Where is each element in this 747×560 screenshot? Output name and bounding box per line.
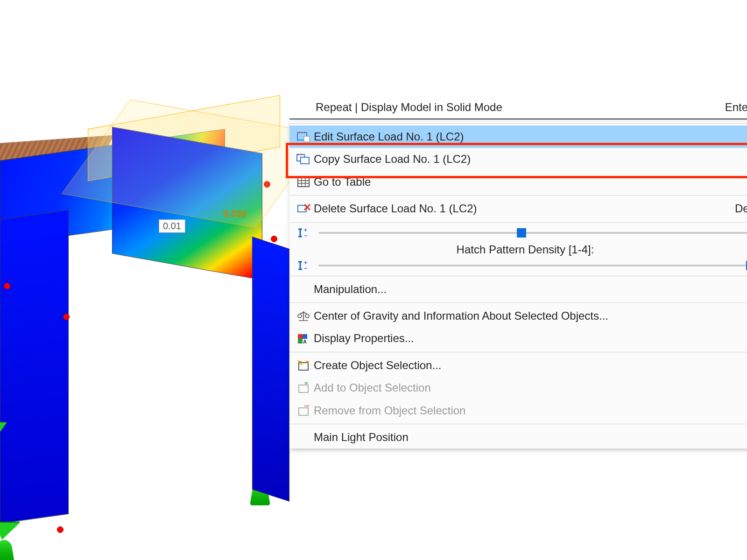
menu-item-add-to-selection: Add to Object Selection bbox=[289, 377, 747, 399]
node-marker bbox=[4, 283, 10, 289]
menu-item-manipulation[interactable]: Manipulation... bbox=[289, 278, 747, 301]
wall-right bbox=[252, 237, 289, 502]
create-selection-icon bbox=[293, 359, 314, 371]
balance-icon bbox=[293, 310, 314, 322]
menu-separator bbox=[289, 424, 747, 424]
menu-label: Center of Gravity and Information About … bbox=[314, 308, 747, 323]
edit-load-icon bbox=[293, 131, 314, 143]
load-size-slider[interactable] bbox=[318, 232, 747, 234]
menu-separator bbox=[289, 302, 747, 303]
svg-rect-1 bbox=[304, 136, 310, 142]
svg-rect-10 bbox=[298, 334, 303, 339]
menu-accelerator: Enter bbox=[725, 101, 747, 114]
menu-label: Copy Surface Load No. 1 (LC2) bbox=[314, 152, 747, 167]
menu-label: Edit Surface Load No. 1 (LC2) bbox=[314, 129, 747, 144]
menu-label: Go to Table bbox=[314, 175, 747, 189]
hatch-density-slider[interactable] bbox=[318, 265, 747, 266]
node-marker bbox=[271, 236, 277, 242]
delete-icon bbox=[293, 203, 314, 215]
menu-separator bbox=[289, 222, 747, 223]
svg-text:−: − bbox=[304, 265, 307, 271]
load-value-label: 0.030 bbox=[219, 208, 250, 220]
menu-label: Delete Surface Load No. 1 (LC2) bbox=[314, 201, 724, 216]
menu-item-center-of-gravity[interactable]: Center of Gravity and Information About … bbox=[289, 305, 747, 327]
svg-text:A: A bbox=[303, 339, 307, 344]
menu-label: Manipulation... bbox=[314, 282, 747, 297]
menu-label: Add to Object Selection bbox=[314, 380, 747, 395]
svg-rect-12 bbox=[303, 334, 307, 339]
menu-separator bbox=[289, 195, 747, 196]
menu-label: Create Object Selection... bbox=[314, 358, 747, 373]
svg-rect-11 bbox=[298, 339, 303, 343]
node-marker bbox=[57, 526, 63, 533]
table-icon bbox=[293, 176, 314, 188]
copy-load-icon bbox=[293, 154, 314, 166]
menu-label: Main Light Position bbox=[314, 430, 747, 445]
slider-thumb[interactable] bbox=[517, 228, 526, 238]
menu-separator bbox=[289, 352, 747, 352]
load-size-slider-row: +− bbox=[289, 224, 747, 241]
menu-item-copy-surface-load[interactable]: Copy Surface Load No. 1 (LC2) bbox=[289, 148, 747, 170]
menu-item-go-to-table[interactable]: Go to Table bbox=[289, 171, 747, 193]
menu-accelerator: Del bbox=[724, 201, 747, 216]
menu-separator bbox=[289, 276, 747, 276]
context-menu: Repeat | Display Model in Solid Mode Ent… bbox=[289, 121, 747, 448]
support-icon bbox=[0, 523, 20, 539]
menu-item-display-properties[interactable]: A Display Properties... bbox=[289, 327, 747, 350]
menu-item-create-selection[interactable]: Create Object Selection... bbox=[289, 354, 747, 377]
slider-icon: +− bbox=[293, 260, 314, 271]
menu-separator bbox=[289, 123, 747, 124]
remove-selection-icon bbox=[293, 405, 314, 417]
menu-item-edit-surface-load[interactable]: Edit Surface Load No. 1 (LC2) bbox=[289, 126, 747, 148]
wall-left bbox=[0, 210, 69, 524]
dimension-label: 0.01 bbox=[159, 219, 185, 233]
node-marker bbox=[63, 314, 70, 320]
svg-rect-15 bbox=[299, 385, 308, 392]
menu-item-remove-from-selection: Remove from Object Selection bbox=[289, 399, 747, 422]
menu-item-delete-surface-load[interactable]: Delete Surface Load No. 1 (LC2) Del bbox=[289, 197, 747, 220]
menu-item-main-light-position[interactable]: Main Light Position bbox=[289, 426, 747, 448]
menu-label: Display Properties... bbox=[314, 331, 747, 346]
slider-icon: +− bbox=[293, 227, 314, 238]
hatch-density-slider-row: +− bbox=[289, 257, 747, 274]
menu-item-repeat[interactable]: Repeat | Display Model in Solid Mode Ent… bbox=[289, 97, 747, 119]
svg-rect-3 bbox=[301, 157, 309, 164]
support-icon bbox=[0, 540, 14, 560]
display-properties-icon: A bbox=[293, 333, 314, 345]
svg-rect-16 bbox=[299, 408, 308, 415]
add-selection-icon bbox=[293, 382, 314, 394]
hatch-density-caption: Hatch Pattern Density [1-4]: bbox=[289, 241, 747, 257]
menu-label: Remove from Object Selection bbox=[314, 403, 747, 418]
svg-text:−: − bbox=[304, 232, 307, 238]
support-icon bbox=[0, 422, 7, 434]
svg-rect-4 bbox=[298, 177, 309, 187]
menu-label: Repeat | Display Model in Solid Mode bbox=[316, 101, 725, 114]
